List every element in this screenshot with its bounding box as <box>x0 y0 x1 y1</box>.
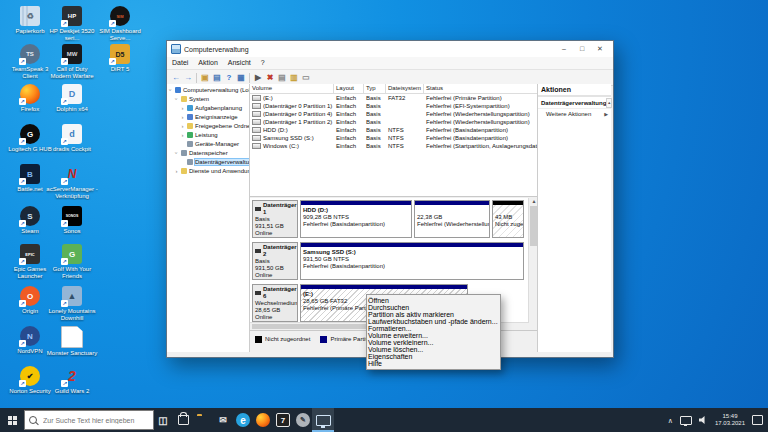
actions-group-datentraegerverwaltung[interactable]: Datenträgerverwaltung ▲ <box>538 97 611 109</box>
menu-ansicht[interactable]: Ansicht <box>223 57 256 69</box>
computer-management-window-icon <box>171 44 181 54</box>
menu-help[interactable]: ? <box>256 57 270 69</box>
column-status[interactable]: Status <box>424 84 539 93</box>
desktop-icon-lonely-mountains[interactable]: ▲ Lonely Mountains Downhill <box>46 286 98 322</box>
submenu-arrow-icon: ▶ <box>604 111 608 117</box>
desktop-icon-monster-sanctuary[interactable]: Monster Sanctuary <box>46 326 98 357</box>
desktop-icon-cod-modern-warfare[interactable]: MW Call of Duty Modern Warfare <box>46 44 98 80</box>
display-tray-icon[interactable] <box>680 416 692 425</box>
partition-unallocated[interactable]: 43 MB Nicht zugeordnet <box>492 200 524 238</box>
new-volume-icon[interactable]: ▥ <box>288 72 300 84</box>
task-view-icon[interactable]: ◫ <box>152 408 174 432</box>
properties-icon[interactable]: ▤ <box>276 72 288 84</box>
tree-item-datentraegerverwaltung[interactable]: Datenträgerverwaltung <box>167 157 249 166</box>
store-icon[interactable] <box>172 408 194 432</box>
menu-datei[interactable]: Datei <box>167 57 193 69</box>
forward-icon[interactable]: → <box>182 72 194 84</box>
tree-expander-icon[interactable] <box>180 105 185 111</box>
volume-status: Fehlerfrei (Startpartition, Auslagerungs… <box>424 143 539 149</box>
volume-row[interactable]: (Datenträger 0 Partition 1) Einfach Basi… <box>250 102 539 110</box>
tree-item-system[interactable]: System <box>167 94 249 103</box>
seven-zip-icon[interactable]: 7 <box>272 408 294 432</box>
column-dateisystem[interactable]: Dateisystem <box>386 84 424 93</box>
tree-expander-icon[interactable] <box>174 96 180 101</box>
toolbar-separator[interactable] <box>249 73 250 83</box>
tree-item-dienste-und-anwendungen[interactable]: Dienste und Anwendungen <box>167 166 249 175</box>
desktop-icon-image: D <box>62 84 82 104</box>
tree-item-icon <box>181 150 187 156</box>
delete-icon[interactable]: ✖ <box>264 72 276 84</box>
back-icon[interactable]: ← <box>170 72 182 84</box>
desktop-icon-guild-wars-2[interactable]: 2 Guild Wars 2 <box>46 366 98 395</box>
volume-row[interactable]: (Datenträger 0 Partition 4) Einfach Basi… <box>250 110 539 118</box>
disk-label-datentraeger-2[interactable]: Datenträger 2 Basis 931,50 GB Online <box>252 242 298 280</box>
window-icon[interactable]: ▦ <box>235 72 247 84</box>
console-tree-icon[interactable]: ▣ <box>199 72 211 84</box>
taskbar-search[interactable] <box>24 410 154 430</box>
desktop-icon-acservermanager[interactable]: N acServerManager - Verknüpfung <box>46 164 98 200</box>
tree-expander-icon[interactable] <box>168 87 174 92</box>
desktop-icon-golf-with-your-friends[interactable]: G Golf With Your Friends <box>46 244 98 280</box>
minimize-button[interactable]: – <box>555 41 573 57</box>
volume-row[interactable]: (Datenträger 1 Partition 2) Einfach Basi… <box>250 118 539 126</box>
column-volume[interactable]: Volume <box>250 84 334 93</box>
file-explorer-icon[interactable] <box>192 408 214 432</box>
tree-item-leistung[interactable]: Leistung <box>167 130 249 139</box>
column-layout[interactable]: Layout <box>334 84 364 93</box>
volume-list-header[interactable]: Volume Layout Typ Dateisystem Status <box>250 84 539 94</box>
partition-hdd-d[interactable]: HDD (D:) 909,28 GB NTFS Fehlerfrei (Basi… <box>300 200 412 238</box>
column-typ[interactable]: Typ <box>364 84 386 93</box>
tree-item-label: Ereignisanzeige <box>195 114 238 120</box>
collapse-icon[interactable]: ▲ <box>606 98 612 108</box>
tree-item-computerverwaltung-lokal[interactable]: Computerverwaltung (Lokal) <box>167 85 249 94</box>
taskbar-clock[interactable]: 15:49 17.03.2021 <box>715 413 745 427</box>
desktop-icon-hp-deskjet[interactable]: HP HP Deskjet 3520 seri... <box>46 6 98 42</box>
tree-expander-icon[interactable] <box>180 123 185 129</box>
maximize-button[interactable]: □ <box>573 41 591 57</box>
disk-label-datentraeger-1[interactable]: Datenträger 1 Basis 931,51 GB Online <box>252 200 298 238</box>
tree-item-geraete-manager[interactable]: Geräte-Manager <box>167 139 249 148</box>
tree-expander-icon[interactable] <box>174 150 180 155</box>
tree-item-freigegebene-ordner[interactable]: Freigegebene Ordner <box>167 121 249 130</box>
volume-row[interactable]: HDD (D:) Einfach Basis NTFS Fehlerfrei (… <box>250 126 539 134</box>
desktop-icon-sim-dashboard-server[interactable]: SIM SIM Dashboard Serve... <box>94 6 146 42</box>
toolbar-separator[interactable] <box>196 73 197 83</box>
partition-samsung-ssd-s[interactable]: Samsung SSD (S:) 931,50 GB NTFS Fehlerfr… <box>300 242 524 280</box>
screenshot-icon[interactable]: ▭ <box>300 72 312 84</box>
desktop-icon-dolphin[interactable]: D Dolphin x64 <box>46 84 98 113</box>
action-icon[interactable]: ▶ <box>252 72 264 84</box>
volume-row[interactable]: Samsung SSD (S:) Einfach Basis NTFS Fehl… <box>250 134 539 142</box>
edge-icon[interactable]: e <box>232 408 254 432</box>
volume-row[interactable]: Windows (C:) Einfach Basis NTFS Fehlerfr… <box>250 142 539 150</box>
desktop-icon-sonos[interactable]: SONOS Sonos <box>46 206 98 235</box>
partition-color-bar <box>415 201 489 205</box>
help-icon[interactable]: ? <box>223 72 235 84</box>
tree-expander-icon[interactable] <box>180 114 185 120</box>
tree-expander-icon[interactable] <box>180 132 185 138</box>
actions-weitere-aktionen[interactable]: Weitere Aktionen ▶ <box>538 109 611 119</box>
volume-tray-icon[interactable] <box>699 416 708 425</box>
desktop-icon-dradis-cockpit[interactable]: d dradis Cockpit <box>46 124 98 153</box>
volume-row[interactable]: (E:) Einfach Basis FAT32 Fehlerfrei (Pri… <box>250 94 539 102</box>
close-button[interactable]: ✕ <box>591 41 609 57</box>
tree-item-datenspeicher[interactable]: Datenspeicher <box>167 148 249 157</box>
disk-label-datentraeger-6[interactable]: Datenträger 6 Wechselmedium 28,65 GB Onl… <box>252 284 298 322</box>
show-hide-icon[interactable]: ▤ <box>211 72 223 84</box>
menu-aktion[interactable]: Aktion <box>193 57 222 69</box>
computer-management-taskbar-icon[interactable] <box>312 408 334 432</box>
tree-item-ereignisanzeige[interactable]: Ereignisanzeige <box>167 112 249 121</box>
desktop-icon-glyph: HP <box>68 13 76 19</box>
tool-icon[interactable]: ✎ <box>292 408 314 432</box>
start-button[interactable] <box>0 408 24 432</box>
mail-icon[interactable]: ✉ <box>212 408 234 432</box>
hidden-icons-chevron[interactable]: ∧ <box>668 417 673 424</box>
action-center-icon[interactable] <box>752 415 763 425</box>
desktop-icon-dirt5[interactable]: D5 DiRT 5 <box>94 44 146 73</box>
firefox-icon[interactable] <box>252 408 274 432</box>
partition-recovery[interactable]: 22,38 GB Fehlerfrei (Wiederherstellungsp… <box>414 200 490 238</box>
tree-expander-icon[interactable] <box>174 168 179 174</box>
tree-item-aufgabenplanung[interactable]: Aufgabenplanung <box>167 103 249 112</box>
title-bar[interactable]: Computerverwaltung – □ ✕ <box>167 41 613 57</box>
search-input[interactable] <box>41 416 149 425</box>
tree-item-label: Freigegebene Ordner <box>195 123 249 129</box>
